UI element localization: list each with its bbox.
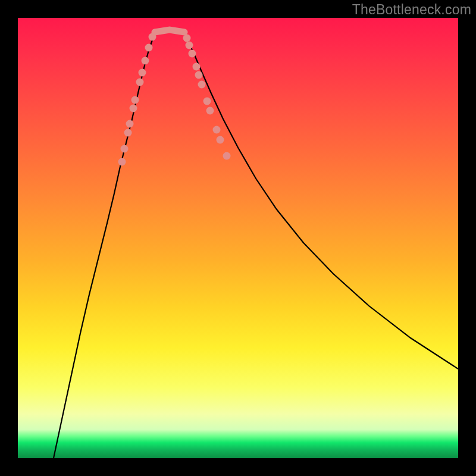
data-dot [118,158,126,166]
data-dot [149,33,156,41]
data-dot [131,96,139,104]
data-dot [121,145,129,153]
data-dot [198,81,206,89]
dot-cluster-left [118,33,156,166]
curve-left-branch [54,35,155,458]
data-dot [145,44,153,52]
curve-svg [18,18,458,458]
data-dot [195,71,203,79]
data-dot [124,129,132,137]
curve-trough [155,30,184,32]
data-dot [142,57,149,65]
data-dot [130,105,137,112]
data-dot [193,63,201,71]
data-dot [126,120,134,128]
watermark-text: TheBottleneck.com [352,2,471,18]
data-dot [206,107,214,115]
plot-area [18,18,458,458]
data-dot [217,136,224,144]
data-dot [139,69,146,77]
data-dot [213,126,221,134]
data-dot [186,42,193,49]
data-dot [136,79,144,86]
data-dot [189,50,196,58]
data-dot [203,98,211,105]
curve-right-branch [184,35,458,369]
dot-cluster-right [183,35,231,160]
data-dot [183,35,191,42]
data-dot [223,152,231,160]
outer-frame: TheBottleneck.com [0,0,476,476]
